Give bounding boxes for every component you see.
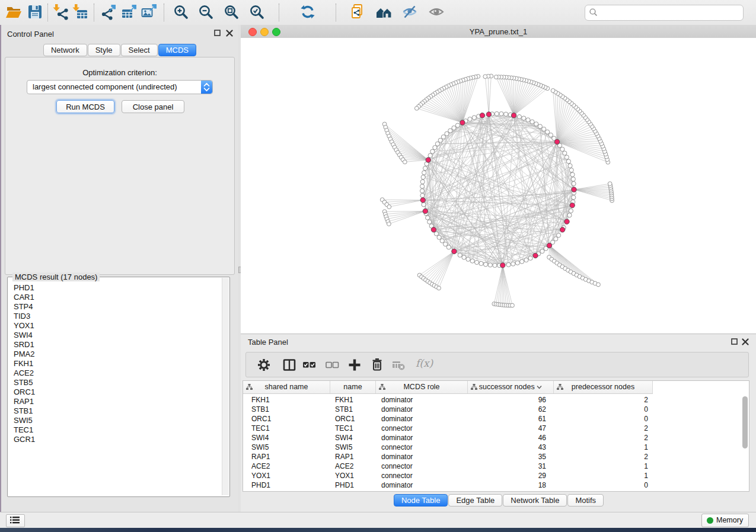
cell[interactable]: SWI4 <box>335 433 371 443</box>
status-menu-button[interactable] <box>6 514 25 527</box>
mcds-result-item[interactable]: CAR1 <box>8 293 221 302</box>
list-scrollbar[interactable] <box>222 278 229 495</box>
cell[interactable]: dominator <box>381 414 452 424</box>
cell[interactable]: RAP1 <box>335 452 371 462</box>
memory-button[interactable]: Memory <box>701 514 749 527</box>
mcds-result-item[interactable]: ORC1 <box>8 387 221 397</box>
cell[interactable]: 2 <box>554 452 648 462</box>
zoom-selected-icon[interactable] <box>248 4 266 21</box>
mcds-result-item[interactable]: YOX1 <box>8 321 221 331</box>
mcds-result-item[interactable]: PHD1 <box>8 283 221 293</box>
cell[interactable]: dominator <box>381 433 452 443</box>
mcds-result-item[interactable]: SWI4 <box>8 331 221 340</box>
cell[interactable]: 47 <box>468 424 546 433</box>
cell[interactable]: dominator <box>381 405 452 414</box>
cell[interactable]: dominator <box>381 395 452 405</box>
search-input[interactable] <box>599 7 738 19</box>
cell[interactable]: TEC1 <box>335 424 371 433</box>
cell[interactable]: 0 <box>554 405 648 414</box>
cell[interactable]: dominator <box>381 452 452 462</box>
cell[interactable]: 0 <box>554 414 648 424</box>
column-header-MCDS-role[interactable]: MCDS role <box>376 381 468 393</box>
cell[interactable]: SWI4 <box>251 433 323 443</box>
zoom-out-icon[interactable] <box>197 4 215 21</box>
cell[interactable]: connector <box>381 462 452 471</box>
cell[interactable]: SWI5 <box>251 443 323 452</box>
network-document-icon[interactable] <box>349 4 367 21</box>
export-table-icon[interactable] <box>120 4 138 21</box>
houses-icon[interactable] <box>375 4 393 21</box>
column-header-shared-name[interactable]: shared name <box>243 381 330 393</box>
show-details-icon[interactable] <box>428 4 446 21</box>
cell[interactable]: YOX1 <box>251 471 323 480</box>
export-image-icon[interactable] <box>141 4 158 21</box>
cell[interactable]: 18 <box>468 480 546 490</box>
cell[interactable]: 0 <box>554 480 648 490</box>
float-panel-icon[interactable] <box>214 30 221 37</box>
mcds-result-item[interactable]: STB5 <box>8 378 221 387</box>
cell[interactable]: ORC1 <box>251 414 323 424</box>
mcds-result-item[interactable]: PMA2 <box>8 350 221 359</box>
mcds-result-item[interactable]: STP4 <box>8 302 221 312</box>
cell[interactable]: 31 <box>468 462 546 471</box>
refresh-icon[interactable] <box>299 4 317 21</box>
table-tab-network-table[interactable]: Network Table <box>503 494 567 507</box>
table-scrollbar[interactable] <box>742 395 748 489</box>
column-header-successor-nodes[interactable]: successor nodes <box>468 381 554 393</box>
cell[interactable]: STB1 <box>335 405 371 414</box>
zoom-fit-icon[interactable] <box>223 4 241 21</box>
add-icon[interactable] <box>346 357 363 373</box>
settings-gear-icon[interactable] <box>256 357 272 373</box>
node-table[interactable]: shared namenameMCDS rolesuccessor nodes … <box>243 380 749 492</box>
tab-network[interactable]: Network <box>43 44 87 56</box>
cell[interactable]: connector <box>381 443 452 452</box>
run-mcds-button[interactable]: Run MCDS <box>56 100 114 113</box>
deselect-all-icon[interactable] <box>324 357 340 373</box>
cell[interactable]: 96 <box>468 395 546 405</box>
cell[interactable]: 2 <box>554 424 648 433</box>
zoom-in-icon[interactable] <box>173 4 190 21</box>
column-header-name[interactable]: name <box>330 381 376 393</box>
cell[interactable]: 35 <box>468 452 546 462</box>
cell[interactable]: ACE2 <box>251 462 323 471</box>
mcds-result-item[interactable]: TEC1 <box>8 425 221 435</box>
mcds-result-item[interactable]: TID3 <box>8 312 221 321</box>
cell[interactable]: STB1 <box>251 405 323 414</box>
cell[interactable]: ACE2 <box>335 462 371 471</box>
import-network-icon[interactable] <box>52 4 70 21</box>
columns-icon[interactable] <box>281 357 298 373</box>
cell[interactable]: 1 <box>554 443 648 452</box>
criterion-dropdown[interactable]: largest connected component (undirected) <box>27 80 213 94</box>
cell[interactable]: YOX1 <box>335 471 371 480</box>
hide-details-icon[interactable] <box>401 4 419 21</box>
cell[interactable]: connector <box>381 471 452 480</box>
cell[interactable]: TEC1 <box>251 424 323 433</box>
cell[interactable]: 2 <box>554 433 648 443</box>
import-table-icon[interactable] <box>72 4 90 21</box>
close-panel-button[interactable]: Close panel <box>122 100 184 113</box>
table-tab-node-table[interactable]: Node Table <box>394 494 448 507</box>
cell[interactable]: dominator <box>381 480 452 490</box>
cell[interactable]: 62 <box>468 405 546 414</box>
mcds-result-item[interactable]: STB1 <box>8 406 221 416</box>
close-panel-icon[interactable] <box>226 30 233 37</box>
mcds-result-item[interactable]: GCR1 <box>8 435 221 444</box>
table-tab-edge-table[interactable]: Edge Table <box>448 494 502 507</box>
table-tab-motifs[interactable]: Motifs <box>567 494 604 507</box>
save-session-icon[interactable] <box>27 4 44 21</box>
cell[interactable]: SWI5 <box>335 443 371 452</box>
float-table-panel-icon[interactable] <box>731 338 738 345</box>
mcds-result-item[interactable]: RAP1 <box>8 397 221 406</box>
cell[interactable]: RAP1 <box>251 452 323 462</box>
cell[interactable]: 2 <box>554 395 648 405</box>
export-network-icon[interactable] <box>100 4 118 21</box>
mcds-result-item[interactable]: FKH1 <box>8 359 221 368</box>
cell[interactable]: 1 <box>554 471 648 480</box>
cell[interactable]: FKH1 <box>251 395 323 405</box>
select-all-icon[interactable] <box>301 357 317 373</box>
mcds-result-item[interactable]: SRD1 <box>8 340 221 350</box>
delete-icon[interactable] <box>369 357 385 373</box>
open-session-icon[interactable] <box>5 4 23 21</box>
cell[interactable]: 1 <box>554 462 648 471</box>
tab-select[interactable]: Select <box>121 44 158 56</box>
